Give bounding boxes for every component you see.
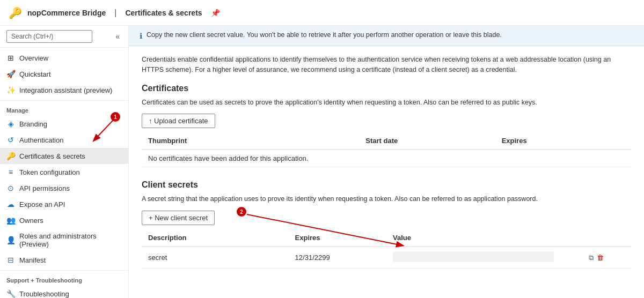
certificates-description: Certificates can be used as secrets to p… <box>142 98 631 108</box>
client-secrets-title: Client secrets <box>142 180 631 190</box>
sidebar-item-expose-api-label: Expose an API <box>19 200 65 208</box>
sidebar-item-overview-label: Overview <box>19 54 48 62</box>
no-certificates-message: No certificates have been added for this… <box>142 150 631 167</box>
table-row: secret 12/31/2299 ⧉ 🗑 <box>142 247 631 269</box>
table-actions: ⧉ 🗑 <box>589 254 625 262</box>
api-permissions-icon: ⊙ <box>6 184 15 192</box>
col-thumbprint: Thumbprint <box>142 132 359 150</box>
header: 🔑 nopCommerce Bridge | Certificates & se… <box>0 0 644 26</box>
new-client-secret-button[interactable]: + New client secret <box>142 211 215 225</box>
secret-actions-cell: ⧉ 🗑 <box>582 247 631 269</box>
client-secrets-description: A secret string that the application use… <box>142 194 631 204</box>
app-name: nopCommerce Bridge <box>27 9 106 17</box>
owners-icon: 👥 <box>6 216 15 225</box>
sidebar-item-certificates-label: Certificates & secrets <box>19 152 85 160</box>
sidebar-item-authentication[interactable]: ↺ Authentication <box>0 132 128 148</box>
pin-icon[interactable]: 📌 <box>211 9 220 17</box>
main-content: ℹ Copy the new client secret value. You … <box>129 26 644 298</box>
roles-admins-icon: 👤 <box>6 236 15 244</box>
sidebar-item-api-permissions[interactable]: ⊙ API permissions <box>0 180 128 196</box>
content-body: Credentials enable confidential applicat… <box>129 46 644 277</box>
info-banner-text: Copy the new client secret value. You wo… <box>147 31 502 39</box>
col-start-date: Start date <box>359 132 495 150</box>
page-title: Certificates & secrets <box>125 9 202 17</box>
info-banner: ℹ Copy the new client secret value. You … <box>129 26 644 46</box>
integration-assistant-icon: ✨ <box>6 86 15 94</box>
sidebar-item-authentication-label: Authentication <box>19 136 63 144</box>
sidebar-item-quickstart[interactable]: 🚀 Quickstart <box>0 66 128 82</box>
sidebar-item-branding-label: Branding <box>19 120 47 128</box>
sidebar-item-quickstart-label: Quickstart <box>19 70 51 78</box>
expose-api-icon: ☁ <box>6 200 15 208</box>
delete-icon[interactable]: 🗑 <box>597 254 604 262</box>
sidebar-item-branding[interactable]: ◈ Branding <box>0 116 128 132</box>
token-config-icon: ≡ <box>6 168 15 176</box>
header-divider: | <box>114 8 116 18</box>
certificates-icon: 🔑 <box>6 152 15 160</box>
sidebar-item-expose-api[interactable]: ☁ Expose an API <box>0 196 128 212</box>
certificates-title: Certificates <box>142 84 631 93</box>
sidebar-item-certificates-secrets[interactable]: 🔑 Certificates & secrets <box>0 148 128 164</box>
sidebar-item-token-configuration-label: Token configuration <box>19 168 80 176</box>
copy-icon[interactable]: ⧉ <box>589 254 594 262</box>
search-input[interactable] <box>6 30 92 43</box>
secret-description: secret <box>142 247 289 269</box>
sidebar-item-troubleshooting[interactable]: 🔧 Troubleshooting <box>0 286 128 298</box>
info-icon: ℹ <box>140 32 142 40</box>
sidebar-item-api-permissions-label: API permissions <box>19 184 70 192</box>
sidebar-item-integration-assistant-label: Integration assistant (preview) <box>19 86 112 94</box>
sidebar-item-owners[interactable]: 👥 Owners <box>0 212 128 228</box>
sidebar-item-overview[interactable]: ⊞ Overview <box>0 50 128 66</box>
sidebar: « ⊞ Overview 🚀 Quickstart ✨ Integration … <box>0 26 129 298</box>
branding-icon: ◈ <box>6 120 15 128</box>
sidebar-item-manifest-label: Manifest <box>19 256 46 264</box>
upload-certificate-button[interactable]: ↑ Upload certificate <box>142 114 215 128</box>
client-secrets-table: Description Expires Value secret 12/31/2… <box>142 229 631 269</box>
col-description: Description <box>142 229 289 247</box>
overview-icon: ⊞ <box>6 54 15 62</box>
col-expires-header: Expires <box>289 229 386 247</box>
manifest-icon: ⊟ <box>6 256 15 264</box>
app-icon: 🔑 <box>9 6 22 19</box>
sidebar-item-troubleshooting-label: Troubleshooting <box>19 290 69 298</box>
sidebar-collapse-button[interactable]: « <box>113 31 122 42</box>
sidebar-item-roles-admins-label: Roles and administrators (Preview) <box>19 232 122 248</box>
secret-value-masked <box>393 251 554 262</box>
sidebar-item-integration-assistant[interactable]: ✨ Integration assistant (preview) <box>0 82 128 98</box>
authentication-icon: ↺ <box>6 136 15 144</box>
troubleshooting-icon: 🔧 <box>6 289 15 298</box>
sidebar-item-roles-admins[interactable]: 👤 Roles and administrators (Preview) <box>0 228 128 252</box>
secret-expires: 12/31/2299 <box>289 247 386 269</box>
sidebar-item-owners-label: Owners <box>19 217 43 225</box>
sidebar-item-token-configuration[interactable]: ≡ Token configuration <box>0 164 128 180</box>
intro-text: Credentials enable confidential applicat… <box>142 55 631 75</box>
quickstart-icon: 🚀 <box>6 70 15 78</box>
sidebar-search-container: « <box>0 26 128 48</box>
col-value: Value <box>386 229 582 247</box>
support-section-label: Support + Troubleshooting <box>0 270 128 286</box>
certificates-table: Thumbprint Start date Expires No certifi… <box>142 132 631 167</box>
sidebar-nav: ⊞ Overview 🚀 Quickstart ✨ Integration as… <box>0 48 128 298</box>
col-expires: Expires <box>495 132 631 150</box>
secret-value-cell <box>386 247 582 269</box>
sidebar-item-manifest[interactable]: ⊟ Manifest <box>0 252 128 268</box>
manage-section-label: Manage <box>0 100 128 116</box>
